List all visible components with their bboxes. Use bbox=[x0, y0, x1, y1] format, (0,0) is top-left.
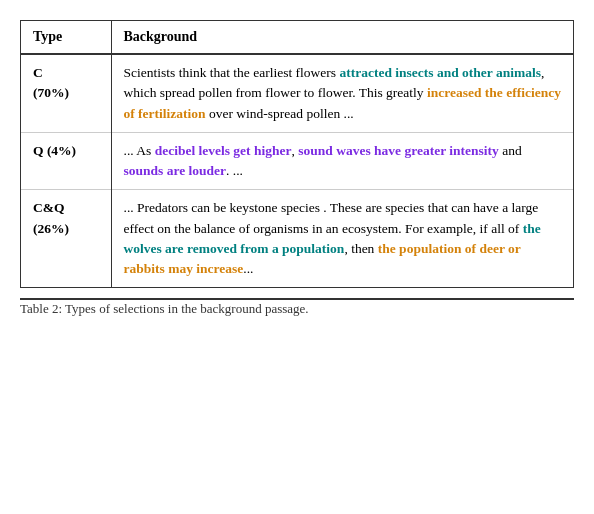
text-segment: and bbox=[499, 143, 522, 158]
col-background-header: Background bbox=[111, 21, 573, 54]
text-segment: over wind-spread pollen ... bbox=[206, 106, 354, 121]
type-cell-cq: C&Q (26%) bbox=[21, 190, 111, 288]
text-segment: . ... bbox=[226, 163, 243, 178]
table-row: Q (4%) ... As decibel levels get higher,… bbox=[21, 132, 573, 190]
type-cell-q: Q (4%) bbox=[21, 132, 111, 190]
table-row: C (70%) Scientists think that the earlie… bbox=[21, 54, 573, 132]
type-percent-c: (70%) bbox=[33, 85, 69, 100]
main-table: Type Background C (70%) Scientists think… bbox=[20, 20, 574, 288]
type-label-cq: C&Q bbox=[33, 200, 65, 215]
table-caption: Table 2: Types of selections in the back… bbox=[20, 298, 574, 318]
content-cell-cq: ... Predators can be keystone species . … bbox=[111, 190, 573, 288]
type-percent-cq: (26%) bbox=[33, 221, 69, 236]
caption-text: Table 2: Types of selections in the back… bbox=[20, 301, 309, 316]
type-label-q: Q (4%) bbox=[33, 143, 76, 158]
highlight-purple-3: sounds are louder bbox=[124, 163, 227, 178]
highlight-teal-1: attracted insects and other animals bbox=[339, 65, 541, 80]
table-row: C&Q (26%) ... Predators can be keystone … bbox=[21, 190, 573, 288]
col-type-header: Type bbox=[21, 21, 111, 54]
type-label-c: C bbox=[33, 65, 43, 80]
content-cell-c: Scientists think that the earliest flowe… bbox=[111, 54, 573, 132]
type-cell-c: C (70%) bbox=[21, 54, 111, 132]
text-segment: Scientists think that the earliest flowe… bbox=[124, 65, 340, 80]
text-segment: ... bbox=[243, 261, 253, 276]
table-header-row: Type Background bbox=[21, 21, 573, 54]
content-cell-q: ... As decibel levels get higher, sound … bbox=[111, 132, 573, 190]
text-segment: ... As bbox=[124, 143, 155, 158]
text-segment: , then bbox=[344, 241, 377, 256]
highlight-purple-1: decibel levels get higher bbox=[155, 143, 292, 158]
text-segment: ... Predators can be keystone species . … bbox=[124, 200, 539, 235]
highlight-purple-2: sound waves have greater intensity bbox=[298, 143, 499, 158]
